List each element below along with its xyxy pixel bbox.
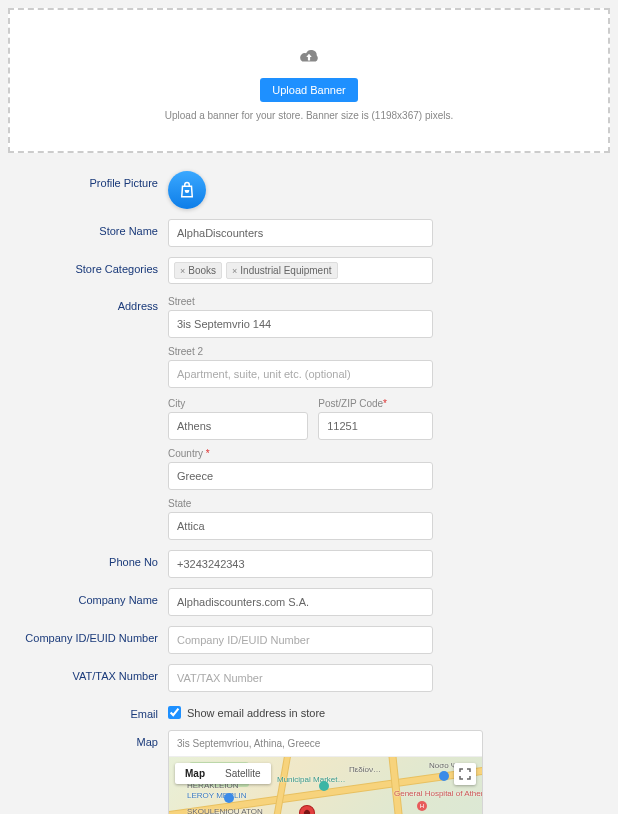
country-sublabel: Country *: [168, 448, 433, 459]
city-input[interactable]: [168, 412, 308, 440]
fullscreen-icon: [459, 768, 471, 780]
remove-tag-icon[interactable]: ×: [232, 266, 237, 276]
map-poi-icon: H: [417, 801, 427, 811]
map-view-button[interactable]: Map: [175, 763, 215, 784]
state-input[interactable]: [168, 512, 433, 540]
company-name-input[interactable]: [168, 588, 433, 616]
cloud-upload-icon: [295, 46, 323, 66]
fullscreen-button[interactable]: [454, 763, 476, 785]
vat-input[interactable]: [168, 664, 433, 692]
map-marker-icon[interactable]: [296, 802, 319, 814]
upload-hint-text: Upload a banner for your store. Banner s…: [30, 110, 588, 121]
show-email-checkbox[interactable]: [168, 706, 181, 719]
satellite-view-button[interactable]: Satellite: [215, 763, 271, 784]
map-poi-label: General Hospital of Athens Georgios…: [394, 789, 482, 798]
category-tag[interactable]: × Industrial Equipment: [226, 262, 337, 279]
upload-banner-box: Upload Banner Upload a banner for your s…: [8, 8, 610, 153]
email-label: Email: [8, 702, 168, 720]
company-name-label: Company Name: [8, 588, 168, 616]
map-location-readout: 3is Septemvriou, Athina, Greece: [169, 731, 482, 757]
map-poi-label: Πεδίον…: [349, 765, 381, 774]
phone-label: Phone No: [8, 550, 168, 578]
street2-input[interactable]: [168, 360, 433, 388]
post-input[interactable]: [318, 412, 433, 440]
street-input[interactable]: [168, 310, 433, 338]
map-poi-icon: [319, 781, 329, 791]
store-name-input[interactable]: [168, 219, 433, 247]
vat-label: VAT/TAX Number: [8, 664, 168, 692]
phone-input[interactable]: [168, 550, 433, 578]
remove-tag-icon[interactable]: ×: [180, 266, 185, 276]
map-poi-label: SKOULENIOU ATON: [187, 807, 263, 814]
shopping-bag-icon: [178, 181, 196, 199]
store-categories-label: Store Categories: [8, 257, 168, 284]
city-sublabel: City: [168, 398, 308, 409]
map-label: Map: [8, 730, 168, 814]
upload-banner-button[interactable]: Upload Banner: [260, 78, 357, 102]
store-categories-input[interactable]: × Books × Industrial Equipment: [168, 257, 433, 284]
map-poi-icon: [224, 793, 234, 803]
map-poi-icon: [439, 771, 449, 781]
map-canvas[interactable]: Νοσο Ψυχι… General Hospital of Athens Ge…: [169, 757, 482, 814]
map-poi-label: LEROY MERLIN: [187, 791, 246, 800]
company-id-label: Company ID/EUID Number: [8, 626, 168, 654]
street-sublabel: Street: [168, 296, 433, 307]
company-id-input[interactable]: [168, 626, 433, 654]
store-name-label: Store Name: [8, 219, 168, 247]
address-label: Address: [8, 294, 168, 540]
country-input[interactable]: [168, 462, 433, 490]
map-container: 3is Septemvriou, Athina, Greece Νοσο Ψυχ…: [168, 730, 483, 814]
profile-picture-label: Profile Picture: [8, 171, 168, 209]
tag-label: Industrial Equipment: [240, 265, 331, 276]
category-tag[interactable]: × Books: [174, 262, 222, 279]
map-poi-label: Municipal Market…: [277, 775, 345, 784]
map-type-switch[interactable]: Map Satellite: [175, 763, 271, 784]
state-sublabel: State: [168, 498, 433, 509]
show-email-text: Show email address in store: [187, 707, 325, 719]
street2-sublabel: Street 2: [168, 346, 433, 357]
profile-picture-avatar[interactable]: [168, 171, 206, 209]
post-sublabel: Post/ZIP Code*: [318, 398, 433, 409]
tag-label: Books: [188, 265, 216, 276]
